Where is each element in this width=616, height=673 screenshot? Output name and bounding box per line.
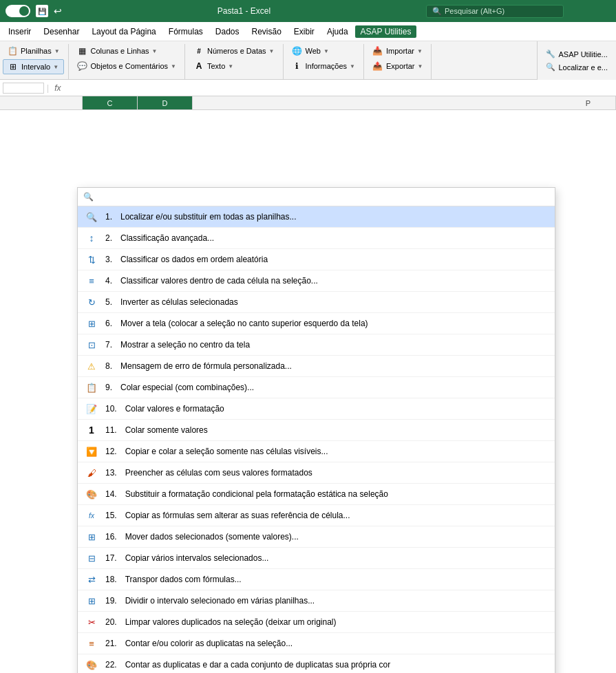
- item-9-label: Colar especial (com combinações)...: [120, 383, 254, 392]
- dropdown-item-1[interactable]: 🔍 1. Localizar e/ou substituir em todas …: [78, 206, 555, 228]
- dropdown-item-19[interactable]: ⊞ 19. Dividir o intervalo selecionado em…: [78, 590, 555, 612]
- dropdown-item-14[interactable]: 🎨 14. Substituir a formatação condiciona…: [78, 484, 555, 505]
- planilhas-arrow: ▼: [54, 48, 60, 54]
- item-20-icon: ✂: [85, 615, 98, 629]
- item-12-icon: 🔽: [85, 445, 98, 458]
- dropdown-item-18[interactable]: ⇄ 18. Transpor dados com fórmulas...: [78, 569, 555, 590]
- menu-item-exibir[interactable]: Exibir: [288, 25, 320, 38]
- menu-item-ajuda[interactable]: Ajuda: [321, 25, 354, 38]
- dropdown-item-17[interactable]: ⊟ 17. Copiar vários intervalos seleciona…: [78, 548, 555, 569]
- ribbon-btn-intervalo[interactable]: ⊞ Intervalo ▼: [3, 59, 64, 74]
- search-box[interactable]: 🔍 Pesquisar (Alt+G): [426, 5, 564, 18]
- toggle-knob: [19, 6, 29, 16]
- dropdown-item-20[interactable]: ✂ 20. Limpar valores duplicados na seleç…: [78, 612, 555, 633]
- dropdown-item-22[interactable]: 🎨 22. Contar as duplicatas e dar a cada …: [78, 654, 555, 673]
- ribbon-btn-numeros[interactable]: # Números e Datas ▼: [189, 44, 279, 58]
- item-8-icon: ⚠: [85, 359, 98, 373]
- ribbon-btn-asap[interactable]: 🔧 ASAP Utilitie...: [542, 48, 612, 60]
- localizar-icon: 🔍: [546, 63, 555, 72]
- formula-input[interactable]: [66, 84, 613, 92]
- item-5-icon: ↻: [85, 295, 98, 309]
- ribbon-group-web: 🌐 Web ▼ ℹ Informações ▼: [288, 44, 364, 79]
- item-12-num: 12.: [105, 447, 117, 456]
- item-6-label: Mover a tela (colocar a seleção no canto…: [120, 319, 368, 328]
- col-header-d[interactable]: D: [138, 96, 193, 109]
- item-5-label: Inverter as células selecionadas: [120, 297, 238, 307]
- item-7-icon: ⊡: [85, 338, 98, 352]
- dropdown-item-9[interactable]: 📋 9. Colar especial (com combinações)...: [78, 377, 555, 398]
- menu-item-inserir[interactable]: Inserir: [3, 25, 36, 38]
- item-15-label: Copiar as fórmulas sem alterar as suas r…: [125, 511, 350, 520]
- dropdown-item-15[interactable]: fx 15. Copiar as fórmulas sem alterar as…: [78, 505, 555, 526]
- menu-item-layout[interactable]: Layout da Página: [86, 25, 161, 38]
- auto-save-toggle[interactable]: [6, 5, 30, 17]
- item-1-label: Localizar e/ou substituir em todas as pl…: [120, 212, 296, 222]
- undo-icon[interactable]: ↩: [54, 6, 62, 17]
- menu-item-formulas[interactable]: Fórmulas: [163, 25, 209, 38]
- ribbon-btn-texto[interactable]: A Texto ▼: [189, 59, 279, 73]
- dropdown-search-icon: 🔍: [83, 192, 94, 202]
- ribbon-btn-localizar[interactable]: 🔍 Localizar e e...: [542, 61, 612, 73]
- informacoes-arrow: ▼: [350, 63, 355, 70]
- item-22-icon: 🎨: [85, 658, 98, 672]
- ribbon: 📋 Planilhas ▼ ⊞ Intervalo ▼ ▦ Colunas e …: [0, 41, 616, 80]
- importar-arrow: ▼: [417, 48, 423, 54]
- save-icon[interactable]: 💾: [36, 5, 48, 17]
- dropdown-item-11[interactable]: 1 11. Colar somente valores: [78, 420, 555, 441]
- dropdown-item-4[interactable]: ≡ 4. Classificar valores dentro de cada …: [78, 270, 555, 292]
- ribbon-btn-informacoes[interactable]: ℹ Informações ▼: [288, 59, 359, 73]
- intervalo-icon: ⊞: [8, 61, 19, 72]
- item-22-label: Contar as duplicatas e dar a cada conjun…: [125, 660, 391, 670]
- menu-item-desenhar[interactable]: Desenhar: [38, 25, 85, 38]
- dropdown-item-10[interactable]: 📝 10. Colar valores e formatação: [78, 398, 555, 420]
- informacoes-icon: ℹ: [292, 61, 303, 72]
- ribbon-btn-web[interactable]: 🌐 Web ▼: [288, 44, 359, 58]
- item-19-label: Dividir o intervalo selecionado em vária…: [125, 596, 315, 606]
- item-10-icon: 📝: [85, 402, 98, 416]
- item-7-label: Mostrar a seleção no centro da tela: [120, 340, 250, 350]
- item-14-num: 14.: [105, 489, 117, 499]
- ribbon-btn-exportar[interactable]: 📤 Exportar ▼: [368, 59, 427, 73]
- dropdown-item-6[interactable]: ⊞ 6. Mover a tela (colocar a seleção no …: [78, 313, 555, 334]
- ribbon-btn-importar[interactable]: 📥 Importar ▼: [368, 44, 427, 58]
- item-2-num: 2.: [105, 233, 112, 243]
- col-header-p[interactable]: P: [561, 96, 616, 109]
- item-11-label: Colar somente valores: [125, 425, 208, 435]
- ribbon-btn-objetos[interactable]: 💬 Objetos e Comentários ▼: [73, 59, 180, 73]
- menu-bar: Inserir Desenhar Layout da Página Fórmul…: [0, 22, 616, 41]
- texto-arrow: ▼: [228, 63, 233, 70]
- item-3-icon: ⇅: [85, 253, 98, 266]
- item-8-num: 8.: [105, 361, 112, 371]
- item-12-label: Copiar e colar a seleção somente nas cél…: [125, 447, 328, 456]
- ribbon-btn-planilhas[interactable]: 📋 Planilhas ▼: [3, 44, 64, 58]
- item-20-num: 20.: [105, 617, 117, 627]
- asap-icon: 🔧: [546, 50, 555, 58]
- exportar-icon: 📤: [372, 61, 383, 72]
- menu-item-asap[interactable]: ASAP Utilities: [355, 25, 417, 38]
- ribbon-right: 🔧 ASAP Utilitie... 🔍 Localizar e e...: [537, 41, 616, 80]
- dropdown-search-input[interactable]: [98, 192, 549, 202]
- dropdown-item-12[interactable]: 🔽 12. Copiar e colar a seleção somente n…: [78, 441, 555, 462]
- menu-item-revisao[interactable]: Revisão: [246, 25, 287, 38]
- dropdown-item-5[interactable]: ↻ 5. Inverter as células selecionadas: [78, 292, 555, 313]
- dropdown-item-21[interactable]: ≡ 21. Contar e/ou colorir as duplicatas …: [78, 633, 555, 654]
- planilhas-icon: 📋: [7, 45, 18, 56]
- title-text: Pasta1 - Excel: [67, 6, 421, 16]
- dropdown-item-13[interactable]: 🖌 13. Preencher as células com seus valo…: [78, 462, 555, 484]
- dropdown-item-2[interactable]: ↕ 2. Classificação avançada...: [78, 228, 555, 249]
- dropdown-item-3[interactable]: ⇅ 3. Classificar os dados em ordem aleat…: [78, 249, 555, 270]
- dropdown-item-7[interactable]: ⊡ 7. Mostrar a seleção no centro da tela: [78, 334, 555, 356]
- dropdown-item-8[interactable]: ⚠ 8. Mensagem de erro de fórmula persona…: [78, 356, 555, 377]
- col-header-c[interactable]: C: [83, 96, 138, 109]
- dropdown-item-16[interactable]: ⊞ 16. Mover dados selecionados (somente …: [78, 526, 555, 548]
- column-headers: C D P: [0, 96, 616, 110]
- menu-item-dados[interactable]: Dados: [210, 25, 245, 38]
- formula-bar: | fx: [0, 80, 616, 96]
- cell-reference[interactable]: [3, 83, 44, 94]
- item-9-num: 9.: [105, 383, 112, 392]
- item-16-label: Mover dados selecionados (somente valore…: [125, 532, 299, 542]
- ribbon-btn-colunas[interactable]: ▦ Colunas e Linhas ▼: [73, 44, 180, 58]
- item-10-num: 10.: [105, 404, 117, 414]
- ribbon-group-colunas: ▦ Colunas e Linhas ▼ 💬 Objetos e Comentá…: [73, 44, 185, 79]
- item-13-num: 13.: [105, 468, 117, 478]
